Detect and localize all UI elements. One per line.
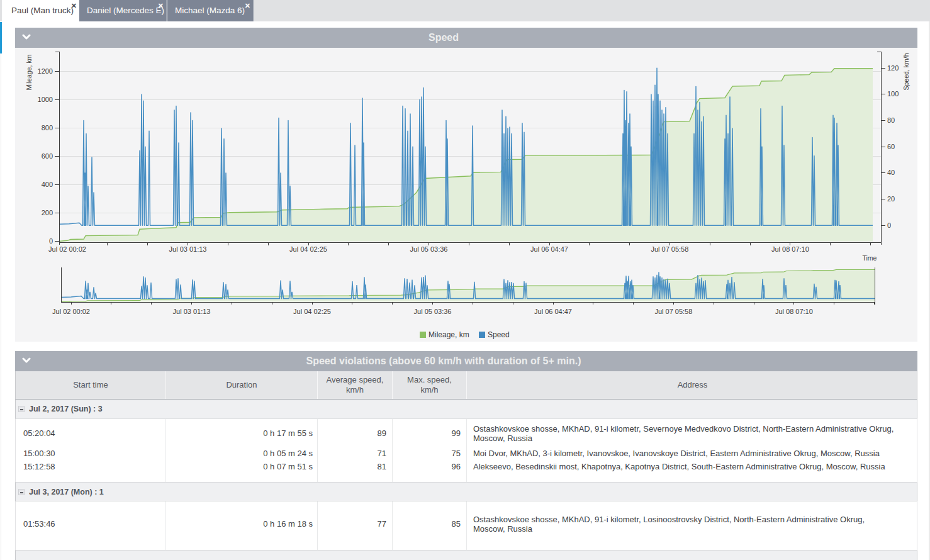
svg-text:20: 20: [887, 195, 895, 203]
svg-text:200: 200: [42, 209, 53, 216]
svg-text:Speed: Speed: [488, 330, 510, 339]
svg-text:Jul 03 01:13: Jul 03 01:13: [169, 245, 207, 253]
svg-text:100: 100: [887, 90, 899, 98]
svg-text:120: 120: [887, 64, 899, 72]
svg-text:Time: Time: [863, 254, 877, 262]
svg-text:40: 40: [887, 169, 895, 176]
svg-text:1200: 1200: [38, 67, 53, 75]
svg-text:Jul 05 03:36: Jul 05 03:36: [414, 308, 452, 315]
svg-text:Jul 04 02:25: Jul 04 02:25: [289, 245, 327, 253]
svg-text:800: 800: [42, 124, 53, 132]
svg-text:80: 80: [887, 116, 895, 124]
svg-text:Jul 04 02:25: Jul 04 02:25: [293, 308, 331, 315]
svg-text:Jul 05 03:36: Jul 05 03:36: [410, 245, 448, 253]
svg-text:Jul 06 04:47: Jul 06 04:47: [534, 308, 572, 315]
svg-text:60: 60: [887, 143, 895, 150]
svg-text:Jul 02 00:02: Jul 02 00:02: [48, 245, 86, 253]
svg-text:0: 0: [887, 221, 891, 229]
svg-text:Jul 02 00:02: Jul 02 00:02: [52, 308, 90, 315]
svg-text:Mileage, km: Mileage, km: [25, 54, 33, 90]
svg-text:0: 0: [49, 237, 53, 245]
svg-text:Jul 06 04:47: Jul 06 04:47: [530, 245, 568, 253]
svg-text:400: 400: [42, 181, 53, 188]
svg-text:Jul 07 05:58: Jul 07 05:58: [651, 245, 688, 253]
svg-text:1000: 1000: [38, 96, 53, 103]
svg-text:Speed, km/h: Speed, km/h: [902, 53, 910, 90]
svg-text:600: 600: [42, 152, 53, 160]
svg-text:Mileage, km: Mileage, km: [429, 330, 469, 339]
svg-text:Jul 03 01:13: Jul 03 01:13: [173, 308, 211, 315]
svg-text:Jul 08 07:10: Jul 08 07:10: [771, 245, 809, 253]
svg-text:Jul 07 05:58: Jul 07 05:58: [654, 308, 692, 315]
svg-text:Jul 08 07:10: Jul 08 07:10: [775, 308, 813, 315]
